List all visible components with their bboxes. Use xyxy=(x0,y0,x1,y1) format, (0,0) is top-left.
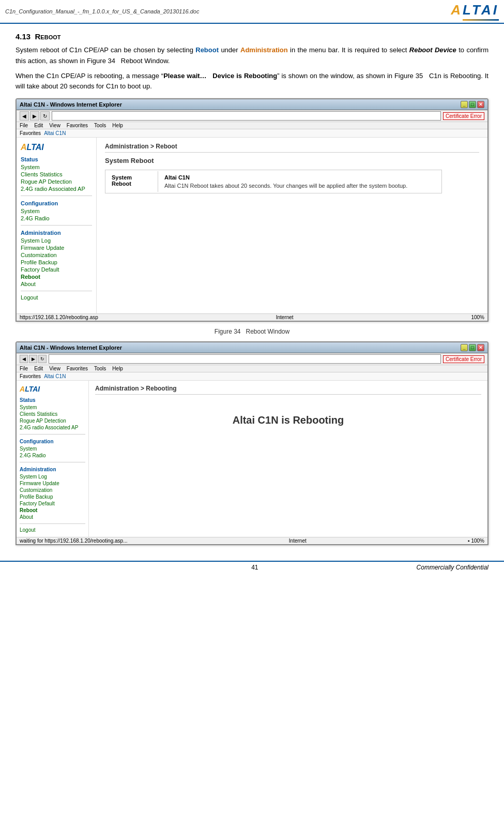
sidebar-firmware-2[interactable]: Firmware Update xyxy=(20,480,85,487)
reboot-table-1: System Reboot Altai C1N Altai C1N Reboot… xyxy=(105,170,442,193)
sidebar-profile-backup-2[interactable]: Profile Backup xyxy=(20,493,85,500)
menu-favorites-1[interactable]: Favorites xyxy=(67,123,88,128)
doc-body: 4.13 Reboot System reboot of C1n CPE/AP … xyxy=(0,27,504,556)
nav-buttons-1: ◀ ▶ ↻ xyxy=(20,111,50,121)
browser-favbar-2: Favorites Altai C1N xyxy=(17,372,487,381)
sidebar-rogue-ap-2[interactable]: Rogue AP Detection xyxy=(20,417,85,424)
menu-view-1[interactable]: View xyxy=(49,123,60,128)
config-section-label-1: Configuration xyxy=(21,200,92,206)
menu-help-1[interactable]: Help xyxy=(112,123,123,128)
reboot-description-1: Altai C1N Reboot takes about 20 seconds.… xyxy=(164,183,435,189)
browser-titlebar-1: Altai C1N - Windows Internet Explorer _ … xyxy=(17,99,487,110)
sidebar-profile-backup-1[interactable]: Profile Backup xyxy=(21,259,92,266)
favorites-item-2[interactable]: Altai C1N xyxy=(44,373,66,379)
reboot-link: Reboot xyxy=(195,46,219,54)
browser-statusbar-1: https://192.168.1.20/rebooting.asp Inter… xyxy=(17,313,487,321)
sidebar-customization-1[interactable]: Customization xyxy=(21,251,92,259)
sidebar-logo-2: ALTAI xyxy=(20,385,85,393)
breadcrumb-1: Administration > Reboot xyxy=(105,143,479,153)
sidebar-2: ALTAI Status System Clients Statistics R… xyxy=(17,381,89,537)
admin-section-label-2: Administration xyxy=(20,467,85,472)
statusbar-zone-1: Internet xyxy=(276,314,294,320)
sidebar-reboot-1[interactable]: Reboot xyxy=(21,273,92,280)
logo-accent: A xyxy=(451,2,463,18)
back-button-1[interactable]: ◀ xyxy=(20,111,29,121)
browser-content-2: ALTAI Status System Clients Statistics R… xyxy=(17,381,487,537)
sidebar-rogue-ap-1[interactable]: Rogue AP Detection xyxy=(21,178,92,185)
forward-button-2[interactable]: ▶ xyxy=(29,355,37,363)
sidebar-reboot-2[interactable]: Reboot xyxy=(20,507,85,514)
sidebar-system-log-1[interactable]: System Log xyxy=(21,237,92,244)
sidebar-customization-2[interactable]: Customization xyxy=(20,487,85,493)
sidebar-factory-default-1[interactable]: Factory Default xyxy=(21,266,92,273)
menu-favorites-2[interactable]: Favorites xyxy=(67,366,88,371)
sidebar-radio-assoc-2[interactable]: 2.4G radio Associated AP xyxy=(20,424,85,431)
close-button-1[interactable]: ✕ xyxy=(477,101,484,108)
sidebar-radio-assoc-1[interactable]: 2.4G radio Associated AP xyxy=(21,185,92,192)
sidebar-clients-stats-1[interactable]: Clients Statistics xyxy=(21,171,92,178)
sidebar-logo-accent-2: A xyxy=(20,385,25,393)
minimize-button-1[interactable]: _ xyxy=(461,101,468,108)
address-bar-1[interactable]: 192.168.1.20 xyxy=(52,111,441,121)
back-button-2[interactable]: ◀ xyxy=(20,355,28,363)
statusbar-url-1: https://192.168.1.20/rebooting.asp xyxy=(20,314,98,320)
sidebar-factory-default-2[interactable]: Factory Default xyxy=(20,500,85,507)
browser-title-1: Altai C1N - Windows Internet Explorer xyxy=(20,101,122,108)
sidebar-logout-2[interactable]: Logout xyxy=(20,527,85,533)
paragraph-2: When the C1n CPE/AP is rebooting, a mess… xyxy=(16,71,488,93)
sidebar-config-radio-1[interactable]: 2.4G Radio xyxy=(21,215,92,222)
refresh-button-1[interactable]: ↻ xyxy=(40,111,50,121)
sidebar-about-1[interactable]: About xyxy=(21,280,92,288)
sidebar-system-log-2[interactable]: System Log xyxy=(20,473,85,480)
admin-section-label-1: Administration xyxy=(21,230,92,236)
browser-title-2: Altai C1N - Windows Internet Explorer xyxy=(20,344,122,351)
sidebar-firmware-1[interactable]: Firmware Update xyxy=(21,244,92,251)
sidebar-logo-accent-1: A xyxy=(21,143,27,152)
favorites-label-1: Favorites xyxy=(20,130,41,136)
reboot-device-info: Altai C1N Altai C1N Reboot takes about 2… xyxy=(159,171,440,192)
titlebar-buttons-2: _ □ ✕ xyxy=(461,344,484,351)
main-area-1: Administration > Reboot System Reboot Sy… xyxy=(97,138,487,313)
status-section-label-2: Status xyxy=(20,397,85,403)
menu-tools-1[interactable]: Tools xyxy=(94,123,106,128)
maximize-button-1[interactable]: □ xyxy=(469,101,476,108)
browser-toolbar-2: ◀ ▶ ↻ 192.168.1.20 Certificate Error xyxy=(17,353,487,365)
close-button-2[interactable]: ✕ xyxy=(477,344,484,351)
refresh-button-2[interactable]: ↻ xyxy=(38,355,47,363)
address-bar-2[interactable]: 192.168.1.20 xyxy=(49,354,441,364)
menu-view-2[interactable]: View xyxy=(49,366,60,371)
device-name-1: Altai C1N xyxy=(164,174,435,181)
sidebar-about-2[interactable]: About xyxy=(20,514,85,520)
minimize-button-2[interactable]: _ xyxy=(461,344,468,351)
menu-edit-2[interactable]: Edit xyxy=(34,366,43,371)
sidebar-divider-6 xyxy=(20,523,85,524)
menu-tools-2[interactable]: Tools xyxy=(94,366,106,371)
browser-content-1: ALTAI Status System Clients Statistics R… xyxy=(17,138,487,313)
favorites-item-1[interactable]: Altai C1N xyxy=(44,130,66,136)
doc-header: C1n_Configuration_Manual_-_fm_1.0.0.x_fo… xyxy=(0,0,504,24)
browser-menubar-1: File Edit View Favorites Tools Help xyxy=(17,122,487,129)
browser-titlebar-2: Altai C1N - Windows Internet Explorer _ … xyxy=(17,342,487,353)
logo-text: ALTAI xyxy=(451,2,499,18)
browser-window-1: Altai C1N - Windows Internet Explorer _ … xyxy=(16,98,488,322)
sidebar-system-2[interactable]: System xyxy=(20,404,85,411)
menu-file-2[interactable]: File xyxy=(20,366,28,371)
sidebar-logo-1: ALTAI xyxy=(21,143,92,152)
sidebar-config-system-1[interactable]: System xyxy=(21,207,92,215)
browser-window-2: Altai C1N - Windows Internet Explorer _ … xyxy=(16,341,488,545)
menu-help-2[interactable]: Help xyxy=(112,366,123,371)
menu-file-1[interactable]: File xyxy=(20,123,28,128)
figure-caption-1: Figure 34 Reboot Window xyxy=(16,328,488,335)
footer-confidential: Commercially Confidential xyxy=(417,564,488,571)
sidebar-system-1[interactable]: System xyxy=(21,163,92,171)
maximize-button-2[interactable]: □ xyxy=(469,344,476,351)
menu-edit-1[interactable]: Edit xyxy=(34,123,43,128)
section-number: 4.13 xyxy=(16,32,35,41)
sidebar-divider-1 xyxy=(21,196,92,196)
sidebar-config-radio-2[interactable]: 2.4G Radio xyxy=(20,452,85,459)
sidebar-logo-text-2: LTAI xyxy=(25,385,40,393)
sidebar-clients-stats-2[interactable]: Clients Statistics xyxy=(20,411,85,417)
sidebar-logout-1[interactable]: Logout xyxy=(21,294,92,301)
forward-button-1[interactable]: ▶ xyxy=(30,111,39,121)
sidebar-config-system-2[interactable]: System xyxy=(20,445,85,452)
